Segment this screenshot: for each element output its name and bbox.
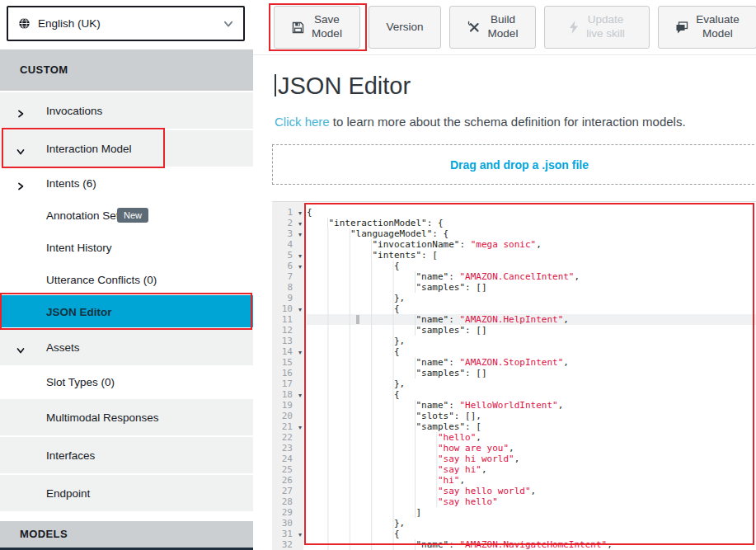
json-dropzone[interactable]: Drag and drop a .json file — [272, 144, 756, 185]
code-text: , — [607, 539, 613, 550]
sidebar-item-label: Annotation Sets — [46, 209, 124, 221]
schema-docs-link[interactable]: Click here — [275, 115, 330, 129]
sidebar-item-interaction-model[interactable]: Interaction Model — [0, 130, 253, 167]
code-line[interactable]: "hello", — [307, 432, 756, 443]
code-line[interactable]: "name": "AMAZON.StopIntent", — [307, 357, 756, 368]
code-line[interactable]: "invocationName": "mega sonic", — [307, 239, 756, 250]
code-line[interactable]: "samples": [] — [307, 282, 756, 293]
fold-icon[interactable]: ▾ — [298, 347, 302, 358]
code-line[interactable]: "interactionModel": { — [307, 218, 756, 228]
gutter-line-number: 2▾ — [272, 218, 303, 228]
code-line[interactable]: "name": "AMAZON.CancelIntent", — [307, 271, 756, 282]
code-line[interactable]: "name": "AMAZON.HelpIntent", — [307, 314, 756, 325]
indent-guides — [307, 464, 438, 475]
fold-icon[interactable]: ▾ — [298, 529, 302, 540]
indent-guides — [307, 486, 438, 496]
gutter-line-number: 32 — [272, 539, 303, 550]
indent-guides — [307, 529, 394, 539]
indent-guides — [307, 454, 438, 464]
indent-guides — [307, 261, 394, 271]
code-text: ] — [416, 507, 421, 518]
page-title: JSON Editor — [275, 73, 411, 100]
code-line[interactable]: { — [307, 389, 756, 400]
code-text: , — [509, 443, 514, 454]
code-text: "name": — [416, 400, 459, 411]
sidebar-item-assets[interactable]: Assets — [0, 329, 253, 365]
fold-icon[interactable]: ▾ — [298, 219, 302, 229]
fold-icon[interactable]: ▾ — [298, 390, 302, 401]
code-line[interactable]: { — [307, 207, 756, 218]
sidebar-item-label: Assets — [46, 341, 80, 354]
code-line[interactable]: "languageModel": { — [307, 228, 756, 239]
fold-icon[interactable]: ▾ — [298, 304, 302, 315]
sidebar-item-utterance-conflicts[interactable]: Utterance Conflicts (0) — [0, 263, 253, 295]
code-line[interactable]: ] — [307, 507, 756, 518]
button-label: Version — [386, 21, 423, 35]
code-line[interactable]: "name": "HelloWorldIntent", — [307, 400, 756, 411]
indent-guides — [307, 421, 416, 432]
string-token: "how are you" — [438, 443, 509, 454]
sidebar-item-endpoint[interactable]: Endpoint — [0, 475, 253, 511]
sidebar-item-annotation-sets[interactable]: Annotation SetsNew — [0, 199, 253, 231]
sidebar-item-intents[interactable]: Intents (6) — [0, 167, 253, 199]
gutter-line-number: 16 — [272, 368, 303, 378]
toolbar-separator — [253, 54, 756, 55]
language-dropdown[interactable]: English (UK) — [7, 6, 245, 41]
build-icon — [467, 21, 481, 34]
code-text: , — [476, 432, 481, 443]
sidebar-item-interfaces[interactable]: Interfaces — [0, 437, 253, 473]
code-line[interactable]: "samples": [] — [307, 325, 756, 336]
code-line[interactable]: "say hi world", — [307, 454, 756, 464]
code-text: }, — [394, 336, 405, 346]
string-token: "hi" — [438, 475, 460, 486]
json-code-editor[interactable]: 1▾2▾3▾45▾6▾78910▾11121314▾15161718▾19202… — [272, 201, 756, 550]
editor-code[interactable]: {"interactionModel": {"languageModel": {… — [303, 202, 756, 550]
code-line[interactable]: "say hi", — [307, 464, 756, 475]
button-label: Updatelive skill — [586, 13, 625, 41]
code-line[interactable]: "say hello world", — [307, 486, 756, 496]
chevron-right-icon — [16, 106, 25, 115]
fold-icon[interactable]: ▾ — [298, 261, 302, 272]
fold-icon[interactable]: ▾ — [298, 208, 302, 219]
evaluate-model-button[interactable]: EvaluateModel — [658, 6, 756, 49]
sidebar-item-multimodal-responses[interactable]: Multimodal Responses — [0, 399, 253, 435]
code-line[interactable]: "slots": [], — [307, 411, 756, 421]
sidebar-item-label: JSON Editor — [46, 305, 112, 317]
sidebar-item-slot-types[interactable]: Slot Types (0) — [0, 365, 253, 397]
gutter-line-number: 26 — [272, 475, 303, 486]
code-line[interactable]: }, — [307, 378, 756, 389]
code-line[interactable]: { — [307, 346, 756, 357]
code-line[interactable]: "name": "AMAZON.NavigateHomeIntent", — [307, 539, 756, 550]
code-line[interactable]: "intents": [ — [307, 250, 756, 261]
gutter-line-number: 3▾ — [272, 228, 303, 239]
code-line[interactable]: { — [307, 529, 756, 539]
sidebar-item-invocations[interactable]: Invocations — [0, 92, 253, 129]
code-line[interactable]: }, — [307, 336, 756, 346]
code-line[interactable]: "samples": [] — [307, 368, 756, 378]
indent-guides — [307, 303, 394, 314]
sidebar-item-json-editor[interactable]: JSON Editor — [0, 295, 253, 327]
fold-icon[interactable]: ▾ — [298, 422, 302, 433]
code-line[interactable]: "samples": [ — [307, 421, 756, 432]
fold-icon[interactable]: ▾ — [298, 229, 302, 240]
code-line[interactable]: "hi", — [307, 475, 756, 486]
code-line[interactable]: }, — [307, 293, 756, 303]
code-line[interactable]: "how are you", — [307, 443, 756, 454]
sidebar-item-intent-history[interactable]: Intent History — [0, 231, 253, 263]
code-text: , — [575, 271, 580, 282]
fold-icon[interactable]: ▾ — [298, 251, 302, 261]
code-line[interactable]: { — [307, 261, 756, 271]
gutter-line-number: 20 — [272, 411, 303, 421]
indent-guides — [307, 325, 416, 336]
code-line[interactable]: { — [307, 303, 756, 314]
code-line[interactable]: }, — [307, 518, 756, 529]
string-token: "mega sonic" — [471, 239, 536, 250]
code-text: , — [558, 400, 564, 411]
indent-guides — [307, 368, 416, 378]
code-line[interactable]: "say hello" — [307, 496, 756, 507]
version-button[interactable]: Version — [369, 6, 441, 49]
build-model-button[interactable]: BuildModel — [449, 6, 536, 49]
update-live-skill-button[interactable]: Updatelive skill — [544, 6, 650, 49]
save-model-button[interactable]: SaveModel — [274, 6, 360, 49]
page-title-text: JSON Editor — [278, 73, 411, 99]
